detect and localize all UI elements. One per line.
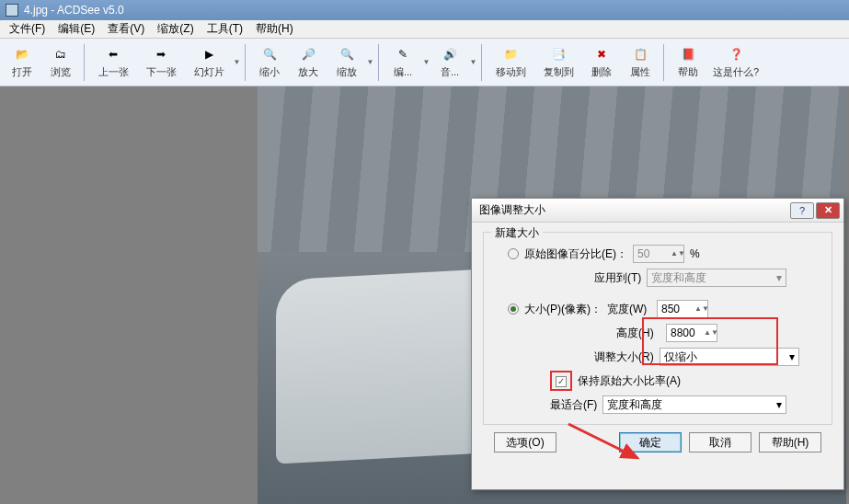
percent-input: 50▲▼ xyxy=(633,245,684,263)
slideshow-icon: ▶ xyxy=(199,45,219,63)
help-book-icon: 📕 xyxy=(678,45,698,63)
menu-edit[interactable]: 编辑(E) xyxy=(52,19,100,39)
chevron-down-icon: ▾ xyxy=(776,398,782,411)
new-size-group: 新建大小 原始图像百分比(E)： 50▲▼ % 应用到(T) 宽度和高度▾ 大小… xyxy=(483,232,832,425)
width-label: 宽度(W) xyxy=(607,302,651,317)
best-fit-select[interactable]: 宽度和高度▾ xyxy=(602,395,786,414)
sound-button[interactable]: 🔊音... xyxy=(431,40,468,85)
dialog-title: 图像调整大小 xyxy=(479,202,545,218)
arrow-annotation xyxy=(564,419,647,465)
help-button[interactable]: 📕帮助 xyxy=(670,40,706,85)
menu-zoom[interactable]: 缩放(Z) xyxy=(152,19,199,39)
properties-button[interactable]: 📋属性 xyxy=(622,40,659,85)
percent-unit: % xyxy=(690,247,700,260)
whats-this-button[interactable]: ❓这是什么? xyxy=(708,40,763,85)
best-fit-label: 最适合(F) xyxy=(550,397,597,413)
prev-button[interactable]: ⬅上一张 xyxy=(90,40,136,85)
highlight-annotation xyxy=(642,317,778,365)
resize-dialog: 图像调整大小 ? ✕ 新建大小 原始图像百分比(E)： 50▲▼ % 应用到(T… xyxy=(471,198,844,490)
chevron-down-icon: ▾ xyxy=(789,350,795,363)
keep-ratio-label[interactable]: 保持原始大小比率(A) xyxy=(578,373,681,389)
zoom-button[interactable]: 🔍缩放 xyxy=(328,40,365,85)
options-button[interactable]: 选项(O) xyxy=(494,432,556,452)
spinner-icon[interactable]: ▲▼ xyxy=(694,306,704,312)
menu-help[interactable]: 帮助(H) xyxy=(250,19,299,39)
move-icon: 📁 xyxy=(500,45,521,63)
chevron-down-icon: ▾ xyxy=(776,271,782,284)
dialog-close-button[interactable]: ✕ xyxy=(816,202,840,219)
browse-button[interactable]: 🗂浏览 xyxy=(42,40,79,85)
app-icon xyxy=(6,4,18,17)
highlight-annotation: ✓ xyxy=(550,371,572,391)
folder-open-icon: 📂 xyxy=(12,45,32,63)
open-button[interactable]: 📂打开 xyxy=(4,40,40,85)
zoom-out-button[interactable]: 🔍缩小 xyxy=(251,40,288,85)
menu-view[interactable]: 查看(V) xyxy=(102,19,150,39)
size-radio[interactable] xyxy=(508,304,519,315)
zoom-icon: 🔍 xyxy=(337,45,357,63)
zoom-out-icon: 🔍 xyxy=(259,45,280,63)
dropdown-arrow-icon[interactable]: ▼ xyxy=(423,40,430,85)
menu-tools[interactable]: 工具(T) xyxy=(201,19,248,39)
dropdown-arrow-icon[interactable]: ▼ xyxy=(367,40,373,85)
toolbar-separator xyxy=(663,44,665,81)
spinner-icon: ▲▼ xyxy=(671,251,680,257)
percent-radio[interactable] xyxy=(508,248,519,259)
toolbar-separator xyxy=(378,44,380,81)
menu-file[interactable]: 文件(F) xyxy=(4,19,51,39)
zoom-in-icon: 🔎 xyxy=(298,45,318,63)
dropdown-arrow-icon[interactable]: ▼ xyxy=(234,40,240,85)
percent-label: 原始图像百分比(E)： xyxy=(524,246,627,262)
toolbar: 📂打开 🗂浏览 ⬅上一张 ➡下一张 ▶幻灯片 ▼ 🔍缩小 🔎放大 🔍缩放 ▼ ✎… xyxy=(0,39,849,86)
svg-line-0 xyxy=(568,424,637,458)
toolbar-separator xyxy=(84,44,86,81)
copy-to-button[interactable]: 📑复制到 xyxy=(535,40,581,85)
copy-icon: 📑 xyxy=(548,45,568,63)
group-title: 新建大小 xyxy=(491,225,543,241)
browse-icon: 🗂 xyxy=(51,45,71,63)
move-to-button[interactable]: 📁移动到 xyxy=(488,40,533,85)
dropdown-arrow-icon[interactable]: ▼ xyxy=(470,40,476,85)
next-button[interactable]: ➡下一张 xyxy=(138,40,184,85)
delete-icon: ✖ xyxy=(591,45,612,63)
properties-icon: 📋 xyxy=(630,45,650,63)
keep-ratio-checkbox[interactable]: ✓ xyxy=(556,376,567,387)
delete-button[interactable]: ✖删除 xyxy=(583,40,620,85)
slideshow-button[interactable]: ▶幻灯片 xyxy=(186,40,232,85)
edit-button[interactable]: ✎编... xyxy=(384,40,421,85)
whats-this-icon: ❓ xyxy=(726,45,746,63)
apply-to-label: 应用到(T) xyxy=(594,270,641,286)
arrow-right-icon: ➡ xyxy=(151,45,171,63)
menu-bar: 文件(F) 编辑(E) 查看(V) 缩放(Z) 工具(T) 帮助(H) xyxy=(0,20,849,39)
arrow-left-icon: ⬅ xyxy=(103,45,123,63)
cancel-button[interactable]: 取消 xyxy=(689,432,751,452)
toolbar-separator xyxy=(245,44,247,81)
apply-to-select: 宽度和高度▾ xyxy=(647,269,786,287)
zoom-in-button[interactable]: 🔎放大 xyxy=(290,40,327,85)
sound-icon: 🔊 xyxy=(440,45,460,63)
size-label: 大小(P)(像素)： xyxy=(524,302,602,317)
window-titlebar: 4.jpg - ACDSee v5.0 xyxy=(0,0,849,20)
dialog-titlebar[interactable]: 图像调整大小 ? ✕ xyxy=(472,199,843,223)
window-title: 4.jpg - ACDSee v5.0 xyxy=(24,4,124,17)
dialog-help-button[interactable]: 帮助(H) xyxy=(759,432,821,452)
width-input[interactable]: 850▲▼ xyxy=(657,300,708,318)
toolbar-separator xyxy=(481,44,483,81)
dialog-help-button[interactable]: ? xyxy=(790,202,814,219)
edit-icon: ✎ xyxy=(393,45,413,63)
